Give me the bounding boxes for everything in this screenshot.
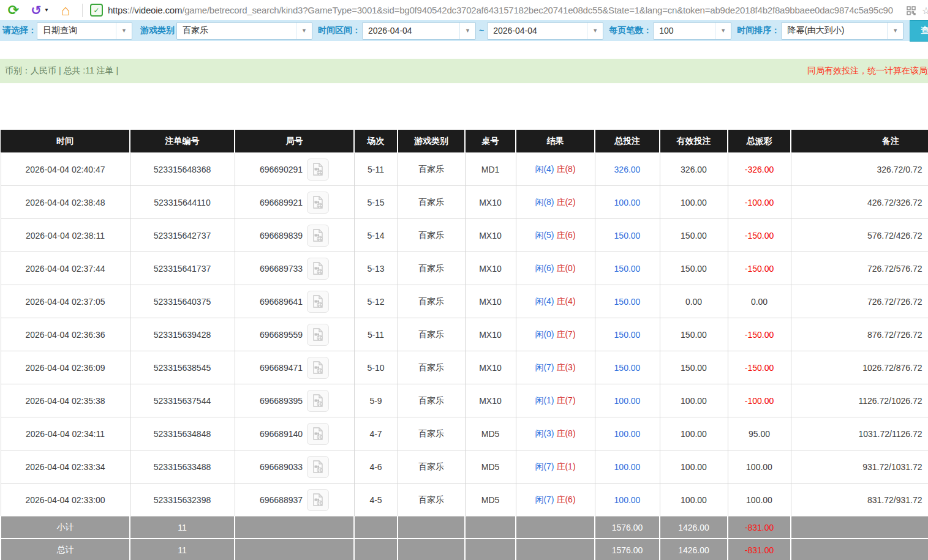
cell-result: 闲(5) 庄(6)	[516, 219, 595, 252]
video-replay-button[interactable]	[307, 357, 329, 379]
banker-result: 庄(1)	[556, 461, 575, 471]
select-type-label: 请选择：	[2, 25, 37, 36]
bookmark-star-icon[interactable]: ☆	[922, 5, 928, 17]
search-button[interactable]: 查询	[910, 20, 928, 42]
sort-label: 时间排序：	[737, 25, 780, 36]
sort-select[interactable]: 降幂(由大到小) ▼	[781, 22, 903, 40]
cell-valid-bet: 150.00	[660, 318, 728, 351]
banker-result: 庄(4)	[556, 296, 575, 306]
cell-table: MX10	[465, 219, 516, 252]
cell-bet-id: 523315644110	[130, 186, 235, 219]
video-replay-button[interactable]	[307, 324, 329, 346]
cell-bet-id: 523315634848	[130, 417, 235, 450]
player-result: 闲(3)	[535, 428, 554, 438]
subtotal-count: 11	[130, 517, 235, 539]
video-replay-button[interactable]	[307, 291, 329, 313]
back-dropdown-caret-icon[interactable]: ▼	[44, 7, 49, 13]
cell-total-bet[interactable]: 150.00	[595, 351, 660, 384]
secure-shield-icon[interactable]: ✓	[90, 4, 103, 17]
round-id-text: 696689471	[260, 363, 303, 373]
subtotal-total-bet: 1576.00	[595, 517, 660, 539]
cell-total-bet[interactable]: 326.00	[595, 153, 660, 186]
cell-result: 闲(8) 庄(2)	[516, 186, 595, 219]
cell-game-type: 百家乐	[398, 351, 465, 384]
cell-bet-id: 523315639428	[130, 318, 235, 351]
cell-round-id: 696688937	[235, 483, 354, 517]
cell-session: 5-11	[354, 153, 398, 186]
player-result: 闲(7)	[535, 495, 554, 504]
cell-session: 4-6	[354, 450, 398, 483]
cell-total-bet[interactable]: 100.00	[595, 186, 660, 219]
valid-bet-notice-text: 同局有效投注，统一计算在该局第一笔注单上	[807, 65, 928, 77]
cell-session: 5-11	[354, 318, 398, 351]
date-from-select[interactable]: 2026-04-04 ▼	[362, 22, 476, 40]
cell-result: 闲(7) 庄(6)	[516, 483, 595, 517]
spacer	[0, 83, 928, 130]
cell-total-bet[interactable]: 100.00	[595, 384, 660, 417]
cell-total-bet[interactable]: 150.00	[595, 318, 660, 351]
page-size-select[interactable]: 100 ▼	[653, 22, 731, 40]
cell-total-bet[interactable]: 150.00	[595, 219, 660, 252]
cell-table: MD5	[465, 417, 516, 450]
cell-payout: -150.00	[728, 351, 791, 384]
cell-total-bet[interactable]: 150.00	[595, 252, 660, 285]
cell-game-type: 百家乐	[398, 252, 465, 285]
video-replay-button[interactable]	[307, 423, 329, 445]
header-session: 场次	[354, 130, 398, 153]
video-replay-button[interactable]	[307, 390, 329, 412]
player-result: 闲(6)	[535, 263, 554, 273]
banker-result: 庄(6)	[556, 230, 575, 240]
video-replay-button[interactable]	[307, 258, 329, 280]
banker-result: 庄(7)	[556, 395, 575, 405]
table-row: 2026-04-04 02:37:44 523315641737 6966897…	[1, 252, 928, 285]
cell-total-bet[interactable]: 100.00	[595, 483, 660, 517]
cell-total-bet[interactable]: 100.00	[595, 417, 660, 450]
url-scheme: https	[108, 5, 127, 15]
video-replay-button[interactable]	[307, 159, 329, 181]
cell-round-id: 696689921	[235, 186, 354, 219]
total-count: 11	[130, 539, 235, 560]
cell-total-bet[interactable]: 150.00	[595, 285, 660, 318]
url-host: videoie.com	[134, 5, 182, 15]
date-to-select[interactable]: 2026-04-04 ▼	[487, 22, 603, 40]
table-row: 2026-04-04 02:38:11 523315642737 6966898…	[1, 219, 928, 252]
address-bar[interactable]: https://videoie.com/game/betrecord_searc…	[108, 5, 893, 15]
game-type-select[interactable]: 百家乐 ▼	[176, 22, 312, 40]
table-row: 2026-04-04 02:40:47 523315648368 6966902…	[1, 153, 928, 186]
game-type-label: 游戏类别	[140, 25, 175, 36]
video-replay-button[interactable]	[307, 489, 329, 511]
page-size-label: 每页笔数：	[609, 25, 652, 36]
cell-game-type: 百家乐	[398, 318, 465, 351]
header-game-type: 游戏类别	[398, 130, 465, 153]
cell-game-type: 百家乐	[398, 153, 465, 186]
chevron-down-icon: ▼	[887, 23, 903, 39]
cell-payout: 100.00	[728, 450, 791, 483]
round-id-text: 696690291	[260, 165, 303, 174]
table-row: 2026-04-04 02:36:36 523315639428 6966895…	[1, 318, 928, 351]
cell-note: 426.72/326.72	[791, 186, 928, 219]
qr-code-icon[interactable]	[907, 6, 916, 15]
table-body: 2026-04-04 02:40:47 523315648368 6966902…	[1, 153, 928, 517]
cell-total-bet[interactable]: 100.00	[595, 450, 660, 483]
total-row: 总计 11 1576.00 1426.00 -831.00	[1, 539, 928, 560]
player-result: 闲(4)	[535, 296, 554, 306]
back-icon[interactable]: ↺	[29, 3, 43, 18]
cell-bet-id: 523315648368	[130, 153, 235, 186]
cell-valid-bet: 150.00	[660, 219, 728, 252]
video-replay-button[interactable]	[307, 192, 329, 214]
header-table: 桌号	[465, 130, 516, 153]
player-result: 闲(0)	[535, 329, 554, 339]
home-icon[interactable]: ⌂	[58, 2, 74, 18]
video-replay-button[interactable]	[307, 225, 329, 247]
query-type-select[interactable]: 日期查询 ▼	[37, 22, 132, 40]
date-range-label: 时间区间：	[318, 25, 361, 36]
reload-icon[interactable]: ⟳	[6, 2, 21, 18]
round-id-text: 696689839	[260, 231, 303, 241]
cell-round-id: 696689471	[235, 351, 354, 384]
total-payout: -831.00	[728, 539, 791, 560]
cell-round-id: 696689033	[235, 450, 354, 483]
cell-bet-id: 523315637544	[130, 384, 235, 417]
subtotal-row: 小计 11 1576.00 1426.00 -831.00	[1, 517, 928, 539]
table-row: 2026-04-04 02:33:34 523315633488 6966890…	[1, 450, 928, 483]
video-replay-button[interactable]	[307, 456, 329, 478]
